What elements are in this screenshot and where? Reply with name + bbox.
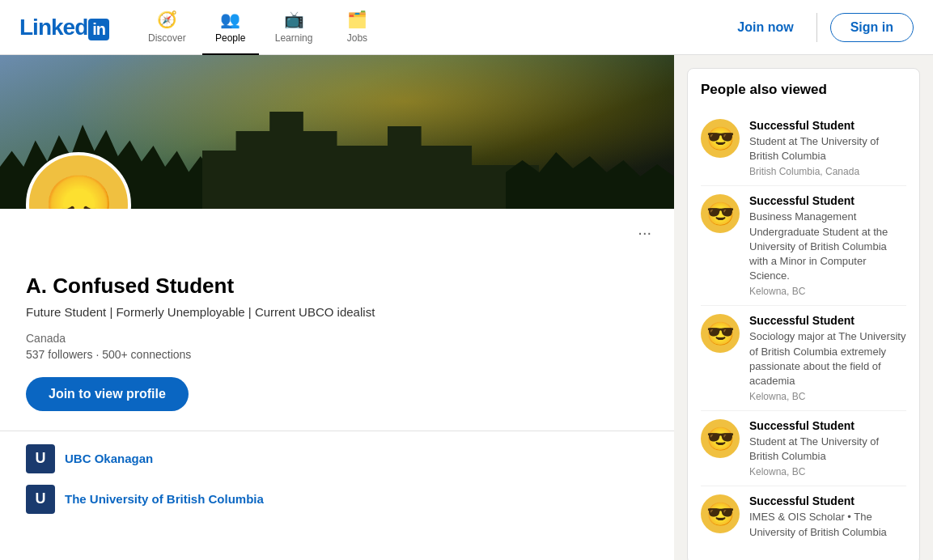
- person-location-3: Kelowna, BC: [749, 466, 906, 477]
- person-desc-0: Student at The University of British Col…: [749, 134, 906, 163]
- linkedin-logo[interactable]: Linkedin: [19, 15, 109, 40]
- person-card-2[interactable]: 😎 Successful Student Sociology major at …: [701, 306, 906, 411]
- profile-info: A. Confused Student Future Student | For…: [0, 209, 674, 431]
- person-avatar-2: 😎: [701, 314, 740, 353]
- profile-banner: 😞: [0, 55, 674, 209]
- main-content: 😞 ··· A. Confused Student Future Student…: [0, 55, 933, 560]
- person-name-4: Successful Student: [749, 494, 906, 507]
- edu-name-ubc-okanagan: UBC Okanagan: [65, 452, 153, 465]
- person-card-3[interactable]: 😎 Successful Student Student at The Univ…: [701, 411, 906, 486]
- nav-label-jobs: Jobs: [347, 32, 367, 44]
- person-name-3: Successful Student: [749, 419, 906, 432]
- person-desc-3: Student at The University of British Col…: [749, 435, 906, 464]
- person-info-2: Successful Student Sociology major at Th…: [749, 314, 906, 402]
- person-desc-1: Business Management Undergraduate Studen…: [749, 210, 906, 283]
- connections-count: 500+ connections: [102, 348, 191, 361]
- profile-headline: Future Student | Formerly Unemployable |…: [26, 303, 648, 322]
- nav-label-discover: Discover: [148, 32, 186, 44]
- stats-separator: ·: [95, 348, 102, 361]
- person-info-0: Successful Student Student at The Univer…: [749, 119, 906, 177]
- person-avatar-3: 😎: [701, 419, 740, 458]
- person-info-1: Successful Student Business Management U…: [749, 194, 906, 297]
- edu-name-ubc: The University of British Columbia: [65, 492, 264, 506]
- more-options-button[interactable]: ···: [631, 217, 658, 248]
- jobs-icon: 🗂️: [347, 10, 367, 29]
- person-card-1[interactable]: 😎 Successful Student Business Management…: [701, 186, 906, 306]
- nav-item-discover[interactable]: 🧭Discover: [135, 0, 199, 55]
- header-divider: [816, 13, 817, 42]
- join-to-view-button[interactable]: Join to view profile: [26, 377, 189, 411]
- profile-name: A. Confused Student: [26, 274, 648, 299]
- header: Linkedin 🧭Discover👥People📺Learning🗂️Jobs…: [0, 0, 933, 55]
- nav-label-learning: Learning: [275, 32, 313, 44]
- join-now-button[interactable]: Join now: [727, 14, 803, 41]
- person-location-2: Kelowna, BC: [749, 391, 906, 402]
- person-desc-2: Sociology major at The University of Bri…: [749, 329, 906, 388]
- profile-avatar: 😞: [26, 152, 131, 209]
- avatar-container: 😞: [26, 152, 131, 209]
- person-avatar-0: 😎: [701, 119, 740, 158]
- profile-location: Canada: [26, 332, 648, 345]
- person-name-2: Successful Student: [749, 314, 906, 327]
- person-location-0: British Columbia, Canada: [749, 166, 906, 177]
- edu-icon-ubc: U: [26, 485, 55, 514]
- sidebar-title: People also viewed: [701, 82, 906, 98]
- main-nav: 🧭Discover👥People📺Learning🗂️Jobs: [135, 0, 727, 55]
- edu-link-ubc-okanagan[interactable]: U UBC Okanagan: [26, 444, 648, 473]
- logo-text: Linkedin: [19, 15, 109, 40]
- edu-link-ubc[interactable]: U The University of British Columbia: [26, 485, 648, 514]
- nav-item-learning[interactable]: 📺Learning: [262, 0, 326, 55]
- profile-stats: 537 followers · 500+ connections: [26, 348, 648, 361]
- person-card-4[interactable]: 😎 Successful Student IMES & OIS Scholar …: [701, 486, 906, 549]
- person-info-4: Successful Student IMES & OIS Scholar • …: [749, 494, 906, 541]
- people-icon: 👥: [220, 10, 240, 29]
- person-desc-4: IMES & OIS Scholar • The University of B…: [749, 510, 906, 539]
- sign-in-button[interactable]: Sign in: [830, 13, 914, 42]
- followers-count: 537 followers: [26, 348, 93, 361]
- people-also-viewed-list: 😎 Successful Student Student at The Univ…: [701, 111, 906, 550]
- nav-item-people[interactable]: 👥People: [202, 0, 259, 55]
- logo-in: in: [88, 19, 109, 40]
- learning-icon: 📺: [284, 10, 304, 29]
- discover-icon: 🧭: [157, 10, 177, 29]
- education-links: U UBC Okanagan U The University of Briti…: [0, 431, 674, 527]
- sidebar: People also viewed 😎 Successful Student …: [674, 55, 933, 560]
- person-name-1: Successful Student: [749, 194, 906, 207]
- sidebar-card: People also viewed 😎 Successful Student …: [687, 68, 920, 560]
- person-avatar-1: 😎: [701, 194, 740, 233]
- nav-item-jobs[interactable]: 🗂️Jobs: [329, 0, 385, 55]
- profile-section: 😞 ··· A. Confused Student Future Student…: [0, 55, 674, 560]
- person-name-0: Successful Student: [749, 119, 906, 132]
- person-avatar-4: 😎: [701, 494, 740, 533]
- person-card-0[interactable]: 😎 Successful Student Student at The Univ…: [701, 111, 906, 186]
- nav-label-people: People: [215, 32, 245, 44]
- person-info-3: Successful Student Student at The Univer…: [749, 419, 906, 477]
- person-location-1: Kelowna, BC: [749, 286, 906, 297]
- edu-icon-ubc-okanagan: U: [26, 444, 55, 473]
- header-actions: Join now Sign in: [727, 13, 914, 42]
